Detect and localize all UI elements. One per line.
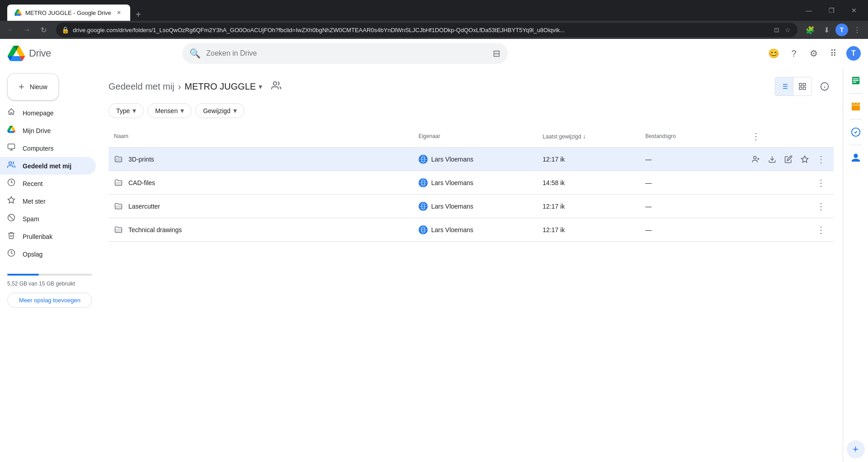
profile-avatar[interactable]: T [846, 46, 861, 61]
search-input[interactable] [206, 49, 487, 57]
sidebar-item-mijn-drive[interactable]: Mijn Drive [0, 122, 96, 139]
forward-btn[interactable]: → [20, 23, 34, 37]
add-storage-button[interactable]: Meer opslag toevoegen [7, 293, 92, 308]
new-button[interactable]: + Nieuw [7, 73, 59, 100]
row-more-icon[interactable]: ⋮ [814, 199, 828, 214]
table-row[interactable]: Lasercutter Lars Vloemans 12:17 ik — ⋮ [108, 195, 834, 218]
file-modified-cell: 12:17 ik [537, 218, 640, 242]
breadcrumb-parent[interactable]: Gedeeld met mij [108, 81, 175, 92]
list-view-btn[interactable] [775, 77, 793, 95]
sidebar-item-recent[interactable]: Recent [0, 175, 96, 192]
people-filter-label: Mensen [155, 107, 178, 114]
download-btn[interactable]: ⬇ [819, 23, 834, 37]
breadcrumb-row: Gedeeld met mij › METRO JUGGLE ▾ [108, 68, 834, 103]
browser-profile-avatar[interactable]: T [835, 24, 848, 36]
maximize-btn[interactable]: ❐ [821, 4, 842, 17]
svg-rect-40 [115, 181, 122, 185]
sidebar-item-gedeeld[interactable]: Gedeeld met mij [0, 157, 96, 175]
main-area: Gedeeld met mij › METRO JUGGLE ▾ [99, 68, 843, 462]
breadcrumb-dropdown-icon[interactable]: ▾ [259, 82, 262, 91]
computers-icon [7, 143, 15, 153]
lock-icon: 🔒 [61, 26, 69, 33]
owner-avatar [419, 202, 428, 211]
sort-icon[interactable]: ↓ [583, 133, 586, 140]
col-header-modified[interactable]: Laatst gewijzigd ↓ [537, 125, 640, 148]
table-row[interactable]: Technical drawings Lars Vloemans 12:17 i… [108, 218, 834, 242]
refresh-btn[interactable]: ↻ [36, 23, 51, 37]
svg-rect-22 [799, 83, 802, 86]
address-bar[interactable]: 🔒 drive.google.com/drive/folders/1_LsoQw… [56, 23, 797, 37]
file-size-cell: — [640, 171, 743, 195]
sidebar-item-computers[interactable]: Computers [0, 139, 96, 157]
tab-close-btn[interactable]: ✕ [115, 9, 123, 17]
search-filter-icon[interactable]: ⊟ [493, 48, 500, 59]
top-right-icons: 😊 ? ⚙ ⠿ T [765, 44, 861, 62]
row-more-icon[interactable]: ⋮ [814, 152, 828, 167]
new-tab-button[interactable]: + [132, 8, 145, 21]
col-header-owner: Eigenaar [413, 125, 538, 148]
table-more-icon[interactable]: ⋮ [749, 129, 763, 143]
settings-icon-btn[interactable]: ⚙ [805, 44, 823, 62]
svg-rect-62 [851, 103, 859, 110]
support-icon-btn[interactable]: 😊 [765, 44, 783, 62]
svg-rect-60 [853, 80, 859, 81]
svg-rect-65 [857, 102, 858, 104]
file-name: 3D-prints [128, 156, 154, 163]
info-btn[interactable] [816, 77, 834, 95]
top-bar: Drive 🔍 ⊟ 😊 ? ⚙ ⠿ T [0, 39, 868, 68]
cast-icon[interactable]: ⊡ [772, 25, 781, 34]
svg-point-35 [754, 156, 756, 159]
search-bar[interactable]: 🔍 ⊟ [182, 43, 508, 64]
svg-point-10 [9, 162, 12, 164]
file-size-cell: — [640, 148, 743, 171]
owner-avatar [419, 178, 428, 187]
back-btn[interactable]: ← [4, 23, 18, 37]
sidebar-item-storage[interactable]: Opslag [0, 245, 96, 263]
breadcrumb-separator: › [178, 81, 181, 92]
modified-filter-btn[interactable]: Gewijzigd ▾ [195, 103, 245, 118]
storage-text: 5,52 GB van 15 GB gebruikt [7, 281, 75, 287]
drive-logo[interactable]: Drive [7, 46, 51, 61]
row-more-icon[interactable]: ⋮ [814, 176, 828, 190]
people-filter-btn[interactable]: Mensen ▾ [147, 103, 192, 118]
panel-user-icon[interactable] [847, 149, 865, 167]
sidebar-item-trash[interactable]: Prullenbak [0, 228, 96, 245]
grid-view-btn[interactable] [793, 77, 811, 95]
help-icon-btn[interactable]: ? [785, 44, 803, 62]
add-person-icon[interactable] [749, 152, 763, 167]
file-table: Naam Eigenaar Laatst gewijzigd ↓ Bestand… [108, 125, 834, 242]
panel-check-icon[interactable] [847, 123, 865, 141]
file-actions-cell: ⋮ [743, 218, 834, 242]
close-btn[interactable]: ✕ [844, 4, 864, 17]
menu-btn[interactable]: ⋮ [850, 23, 864, 37]
table-row[interactable]: CAD-files Lars Vloemans 14:58 ik — ⋮ [108, 171, 834, 195]
panel-calendar-icon[interactable] [847, 97, 865, 115]
file-size-cell: — [640, 218, 743, 242]
active-tab[interactable]: METRO JUGGLE - Google Drive ✕ [7, 5, 130, 21]
table-row[interactable]: 3D-prints Lars Vloemans 12:17 ik — [108, 148, 834, 171]
apps-icon-btn[interactable]: ⠿ [825, 44, 843, 62]
download-icon[interactable] [765, 152, 779, 167]
svg-rect-29 [115, 158, 122, 162]
sidebar-item-label: Prullenbak [23, 233, 52, 240]
panel-add-btn[interactable]: + [847, 440, 865, 458]
minimize-btn[interactable]: — [798, 4, 819, 17]
panel-sheets-icon[interactable] [847, 71, 865, 90]
sidebar-item-homepage[interactable]: Homepage [0, 104, 96, 122]
sidebar-item-label: Spam [23, 215, 39, 223]
star-row-icon[interactable] [797, 152, 812, 167]
sidebar-item-starred[interactable]: Met ster [0, 192, 96, 210]
type-filter-btn[interactable]: Type ▾ [108, 103, 144, 118]
file-owner-cell: Lars Vloemans [413, 171, 538, 195]
sidebar-item-label: Opslag [23, 251, 42, 258]
table-header-row: Naam Eigenaar Laatst gewijzigd ↓ Bestand… [108, 125, 834, 148]
browser-right-icons: 🧩 ⬇ T ⋮ [803, 23, 864, 37]
breadcrumb-people-icon[interactable] [271, 81, 281, 92]
storage-bar-fill [7, 274, 39, 276]
sidebar-item-spam[interactable]: Spam [0, 210, 96, 228]
edit-icon[interactable] [781, 152, 796, 167]
address-bar-row: ← → ↻ 🔒 drive.google.com/drive/folders/1… [0, 21, 868, 39]
row-more-icon[interactable]: ⋮ [814, 223, 828, 237]
extensions-btn[interactable]: 🧩 [803, 23, 817, 37]
bookmark-icon[interactable]: ☆ [783, 25, 792, 34]
